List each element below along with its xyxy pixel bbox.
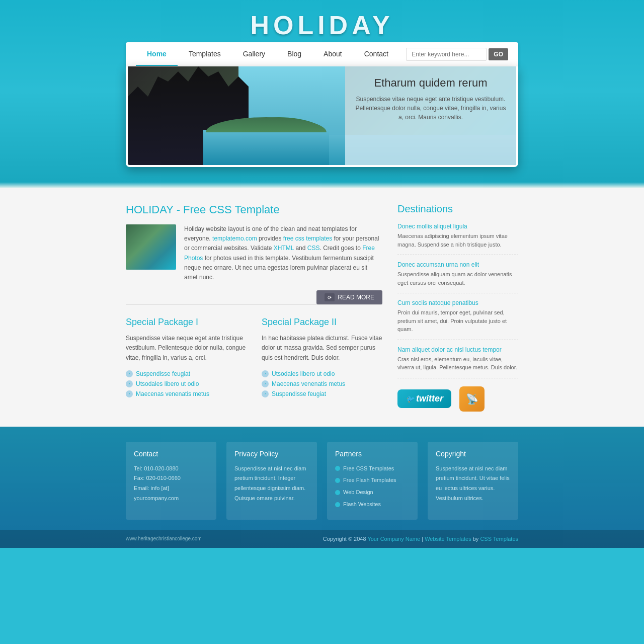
xhtml-link[interactable]: XHTML: [274, 245, 294, 252]
read-more-button[interactable]: ⟳ READ MORE: [316, 290, 382, 304]
hero-text: Suspendisse vitae neque eget ante tristi…: [355, 95, 506, 122]
right-column: Destinations Donec mollis aliquet ligula…: [397, 203, 518, 412]
about-content: Holiday website layout is one of the cle…: [126, 224, 382, 282]
package-2-list: › Utsodales libero ut odio › Maecenas ve…: [262, 369, 382, 399]
partner-link-2[interactable]: Free Flash Templates: [343, 475, 396, 486]
list-item: › Maecenas venenatis metus: [126, 389, 247, 399]
footer-copyright-col: Copyright Suspendisse at nisl nec diam p…: [428, 442, 518, 520]
copyright-text: Copyright © 2048: [323, 536, 366, 542]
partner-dot-icon: [335, 466, 340, 471]
search-input[interactable]: [406, 48, 487, 61]
package-2-link-3[interactable]: Suspendisse feugiat: [272, 390, 326, 397]
footer-contact-heading: Contact: [134, 450, 208, 458]
website-templates-link[interactable]: Website Templates: [425, 536, 471, 542]
package-1-link-3[interactable]: Maecenas venenatis metus: [136, 390, 209, 397]
rss-icon[interactable]: 📡: [459, 386, 485, 412]
package-1-text: Suspendisse vitae neque eget ante tristi…: [126, 334, 247, 363]
search-area: GO: [406, 48, 508, 61]
list-item: › Utsodales libero ut odio: [126, 379, 247, 389]
package-2-link-2[interactable]: Maecenas venenatis metus: [272, 380, 345, 387]
footer: Contact Tel: 010-020-0880 Fax: 020-010-0…: [0, 427, 644, 548]
footer-email: Email: info [at] yourcompany.com: [134, 484, 208, 504]
list-item: › Maecenas venenatis metus: [262, 379, 382, 389]
list-item: › Suspendisse feugiat: [126, 369, 247, 379]
dest-1-text: Maecenas adipiscing elementum ipsum vita…: [397, 232, 518, 249]
footer-copyright-line: Copyright © 2048 Your Company Name | Web…: [323, 536, 518, 542]
partner-dot-icon: [335, 490, 340, 495]
list-item: › Suspendisse feugiat: [262, 389, 382, 399]
site-url: www.heritagechristiancollege.com: [126, 536, 202, 541]
list-arrow-icon: ›: [262, 390, 269, 397]
search-button[interactable]: GO: [489, 48, 508, 60]
section-divider: [0, 182, 644, 188]
partner-dot-icon: [335, 478, 340, 483]
package-2: Special Package II In hac habitasse plat…: [262, 317, 382, 399]
footer-content: Contact Tel: 010-020-0880 Fax: 020-010-0…: [126, 442, 518, 530]
partner-dot-icon: [335, 502, 340, 507]
read-more-label: READ MORE: [338, 294, 374, 301]
nav-gallery[interactable]: Gallery: [232, 43, 276, 66]
footer-partners: Partners Free CSS Templates Free Flash T…: [327, 442, 418, 520]
hero-title: Etharum quidem rerum: [355, 76, 506, 90]
css-link[interactable]: CSS: [307, 245, 320, 252]
nav-contact[interactable]: Contact: [353, 43, 399, 66]
section-separator: [126, 304, 382, 305]
company-link[interactable]: Your Company Name: [367, 536, 420, 542]
about-section: HOLIDAY - Free CSS Template Holiday webs…: [126, 203, 382, 282]
package-2-text: In hac habitasse platea dictumst. Fusce …: [262, 334, 382, 363]
list-item: › Utsodales libero ut odio: [262, 369, 382, 379]
partner-link-3[interactable]: Web Design: [343, 488, 373, 498]
dest-4-text: Cras nisl eros, elementum eu, iaculis vi…: [397, 355, 518, 372]
about-image: [126, 224, 176, 270]
dest-1-title: Donec mollis aliquet ligula: [397, 223, 518, 230]
destination-4: Nam aliquet dolor ac nisl luctus tempor …: [397, 346, 518, 378]
nav-about[interactable]: About: [312, 43, 353, 66]
footer-contact: Contact Tel: 010-020-0880 Fax: 020-010-0…: [126, 442, 216, 520]
hero-overlay: Etharum quidem rerum Suspendisse vitae n…: [345, 66, 516, 165]
footer-privacy-heading: Privacy Policy: [234, 450, 309, 458]
destination-3: Cum sociis natoque penatibus Proin dui m…: [397, 299, 518, 340]
dest-3-title: Cum sociis natoque penatibus: [397, 299, 518, 306]
destination-1: Donec mollis aliquet ligula Maecenas adi…: [397, 223, 518, 255]
destination-2: Donec accumsan urna non elit Suspendisse…: [397, 261, 518, 293]
partner-link-4[interactable]: Flash Websites: [343, 500, 381, 510]
hero-section: HOLIDAY Home Templates Gallery Blog Abou…: [0, 0, 644, 182]
list-arrow-icon: ›: [262, 380, 269, 387]
partner-item: Web Design: [335, 488, 410, 498]
footer-privacy-text: Suspendisse at nisl nec diam pretium tin…: [234, 464, 309, 504]
package-1-link-1[interactable]: Suspendisse feugiat: [136, 370, 190, 377]
nav-bar: Home Templates Gallery Blog About Contac…: [126, 42, 518, 66]
destinations-heading: Destinations: [397, 203, 518, 215]
dest-2-title: Donec accumsan urna non elit: [397, 261, 518, 268]
free-css-link[interactable]: free css templates: [283, 235, 332, 242]
package-1-link-2[interactable]: Utsodales libero ut odio: [136, 380, 199, 387]
dest-2-text: Suspendisse aliquam quam ac dolor venena…: [397, 270, 518, 287]
nav-templates[interactable]: Templates: [178, 43, 232, 66]
packages-row: Special Package I Suspendisse vitae nequ…: [126, 317, 382, 399]
footer-bottom: www.heritagechristiancollege.com Copyrig…: [0, 530, 644, 548]
footer-privacy: Privacy Policy Suspendisse at nisl nec d…: [226, 442, 317, 520]
destinations-section: Destinations Donec mollis aliquet ligula…: [397, 203, 518, 412]
about-heading: HOLIDAY - Free CSS Template: [126, 203, 382, 216]
read-more-icon: ⟳: [325, 293, 335, 301]
content-wrapper: HOLIDAY - Free CSS Template Holiday webs…: [126, 203, 518, 412]
css-templates-link[interactable]: CSS Templates: [480, 536, 518, 542]
templatemo-link[interactable]: templatemo.com: [212, 235, 257, 242]
nav-home[interactable]: Home: [136, 43, 178, 66]
waterfront: [203, 130, 329, 165]
main-content: HOLIDAY - Free CSS Template Holiday webs…: [0, 188, 644, 427]
nav-links: Home Templates Gallery Blog About Contac…: [136, 43, 406, 66]
footer-tel: Tel: 010-020-0880: [134, 464, 208, 474]
package-1-title: Special Package I: [126, 317, 247, 328]
hero-banner: Etharum quidem rerum Suspendisse vitae n…: [126, 66, 518, 167]
social-icons: 🐦 twitter 📡: [397, 386, 518, 412]
partner-item: Free Flash Templates: [335, 475, 410, 486]
package-2-link-1[interactable]: Utsodales libero ut odio: [272, 370, 335, 377]
twitter-icon[interactable]: 🐦 twitter: [397, 389, 451, 408]
partner-link-1[interactable]: Free CSS Templates: [343, 464, 394, 474]
nav-blog[interactable]: Blog: [276, 43, 312, 66]
package-2-title: Special Package II: [262, 317, 382, 328]
partners-list: Free CSS Templates Free Flash Templates …: [335, 464, 410, 510]
package-1: Special Package I Suspendisse vitae nequ…: [126, 317, 247, 399]
list-arrow-icon: ›: [126, 370, 133, 377]
